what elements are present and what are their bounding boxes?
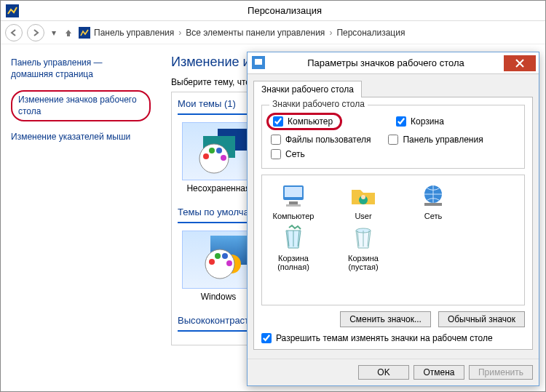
panel-icon [78,26,91,39]
dialog-icon [252,56,266,71]
ok-button[interactable]: OK [358,365,409,380]
svg-point-6 [221,155,226,161]
theme-label: Windows [182,292,255,302]
dialog-titlebar: Параметры значков рабочего стола [248,52,539,74]
group-legend: Значки рабочего стола [269,99,368,109]
dialog-footer: OK Отмена Применить [248,359,539,385]
tab-panel: Значки рабочего стола Компьютер Корзина [253,97,533,350]
sidebar: Панель управления — домашняя страница Из… [1,44,161,391]
checkbox-computer[interactable]: Компьютер [273,116,333,127]
chevron-right-icon: › [178,28,181,38]
close-icon [515,59,524,68]
svg-rect-13 [255,59,262,65]
svg-point-10 [222,253,228,259]
icon-network[interactable]: Сеть [408,181,459,220]
checkbox-control-panel[interactable]: Панель управления [388,135,483,145]
sidebar-desktop-icons-link[interactable]: Изменение значков рабочего стола [11,90,151,121]
bin-full-icon [279,223,308,252]
highlight-computer: Компьютер [266,113,342,130]
icon-button-row: Сменить значок... Обычный значок [261,311,525,327]
checkbox-allow-themes[interactable]: Разрешить темам изменять значки на рабоч… [261,333,525,343]
window-titlebar: Персонализация [1,1,545,21]
svg-point-5 [216,148,222,153]
folder-icon [349,181,378,210]
forward-button[interactable] [27,24,44,41]
svg-point-3 [203,153,209,159]
svg-rect-21 [424,203,442,206]
checkbox-recycle[interactable]: Корзина [396,113,444,130]
bin-empty-icon [349,223,378,252]
palette-icon [197,142,231,175]
icon-computer[interactable]: Компьютер [268,181,319,220]
tab-desktop-icons[interactable]: Значки рабочего стола [253,81,362,97]
checkbox-userfiles[interactable]: Файлы пользователя [271,135,371,145]
sidebar-home-link[interactable]: Панель управления — домашняя страница [11,57,151,80]
svg-point-19 [361,195,365,199]
icon-user[interactable]: User [338,181,389,220]
theme-windows[interactable]: Windows [182,231,255,302]
group-desktop-icons: Значки рабочего стола Компьютер Корзина [261,105,525,169]
dialog-body: Значки рабочего стола Значки рабочего ст… [248,74,539,359]
breadcrumb-root[interactable]: Панель управления [78,26,174,39]
button-change-icon[interactable]: Сменить значок... [340,311,431,327]
tab-strip: Значки рабочего стола [253,80,533,97]
icon-well[interactable]: Компьютер User Сеть Корзина (полная) Кор… [261,175,525,305]
breadcrumb: Панель управления › Все элементы панели … [78,26,405,39]
theme-unsaved[interactable]: Несохраненная [182,122,255,193]
dialog-title: Параметры значков рабочего стола [271,57,501,68]
breadcrumb-mid[interactable]: Все элементы панели управления [186,28,325,38]
back-button[interactable] [5,24,23,41]
up-button[interactable] [63,24,74,41]
icon-recycle-full[interactable]: Корзина (полная) [268,223,319,271]
svg-point-9 [215,253,221,259]
desktop-icons-dialog: Параметры значков рабочего стола Значки … [247,52,539,386]
svg-point-8 [209,259,215,265]
svg-rect-16 [289,201,298,204]
checkbox-network[interactable]: Сеть [271,149,515,159]
chevron-right-icon: › [329,28,332,38]
cancel-button[interactable]: Отмена [414,365,464,380]
history-dropdown[interactable]: ▾ [49,24,59,41]
globe-icon [419,181,448,210]
svg-rect-17 [286,204,301,207]
svg-rect-15 [285,187,302,197]
nav-bar: ▾ Панель управления › Все элементы панел… [1,21,545,44]
breadcrumb-leaf[interactable]: Персонализация [336,28,405,38]
breadcrumb-label: Панель управления [94,28,174,38]
svg-point-11 [226,260,232,266]
svg-point-4 [209,148,215,153]
sidebar-pointers-link[interactable]: Изменение указателей мыши [11,132,151,143]
app-icon [5,4,20,18]
apply-button[interactable]: Применить [469,365,533,380]
icon-recycle-empty[interactable]: Корзина (пустая) [338,223,389,271]
palette-icon [203,247,237,281]
window-title: Персонализация [24,5,545,16]
button-default-icon[interactable]: Обычный значок [438,311,525,327]
close-button[interactable] [504,55,536,71]
theme-label: Несохраненная [182,183,255,193]
computer-icon [279,181,308,210]
